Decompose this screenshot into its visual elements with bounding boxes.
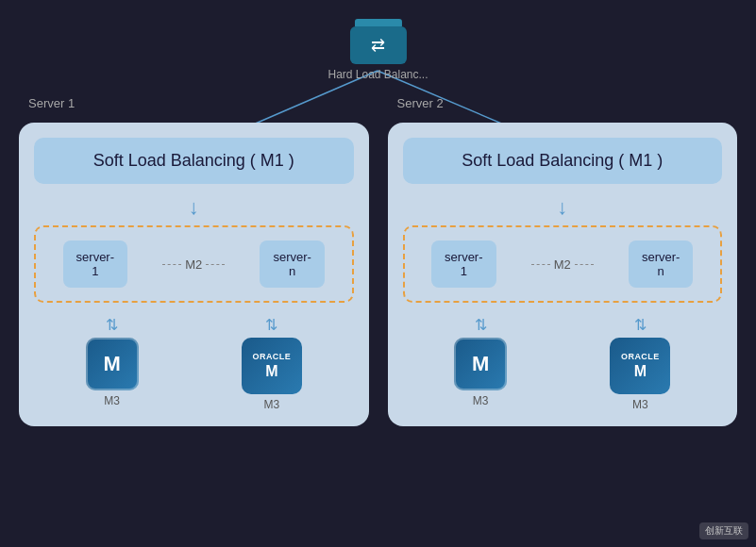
servers-row: Server 1 Soft Load Balancing ( M1 ) ↓ se… [19,123,737,426]
server1-soft-lb: Soft Load Balancing ( M1 ) [34,138,354,184]
server2-dashed-box: server-1 M2 server-n [403,225,723,303]
server2-m3-label1: M3 [473,394,489,407]
server2-oracle: ORACLE M [610,338,670,394]
server1-m3-label2: M3 [264,398,280,411]
server1-icon2-col: ⇅ ORACLE M M3 [242,316,302,411]
server1-label: Server 1 [28,96,75,110]
server2-panel: Server 2 Soft Load Balancing ( M1 ) ↓ se… [388,123,738,426]
server2-node-n: server-n [629,240,693,288]
server1-oracle: ORACLE M [242,338,302,394]
server2-down-arrow: ↓ [403,195,723,220]
server1-m2: M2 [162,257,225,272]
server2-label: Server 2 [397,96,444,110]
server1-node1: server-1 [63,240,127,288]
server1-m3-label1: M3 [104,394,120,407]
server2-icons-row: ⇅ M3 ⇅ ORACLE M M3 [403,312,723,411]
server2-icon2-col: ⇅ ORACLE M M3 [610,316,670,411]
server2-arrow1: ⇅ [475,316,487,334]
server2-m3-label2: M3 [632,398,648,411]
server1-icon1-col: ⇅ M3 [86,316,139,407]
main-canvas: Hard Load Balanc... Server 1 Soft Load B… [0,0,756,547]
server1-m-chip [86,338,139,390]
server2-soft-lb: Soft Load Balancing ( M1 ) [403,138,723,184]
server2-arrow2: ⇅ [634,316,647,334]
server1-icons-row: ⇅ M3 ⇅ ORACLE M M3 [34,312,354,411]
server2-m2: M2 [531,257,594,272]
server1-dashed-box: server-1 M2 server-n [34,225,354,303]
server2-icon1-col: ⇅ M3 [454,316,507,407]
hard-load-balancer: Hard Load Balanc... [328,26,428,81]
server1-node-n: server-n [260,240,324,288]
server2-node1: server-1 [431,240,496,288]
watermark: 创新互联 [699,522,748,539]
server1-arrow1: ⇅ [106,316,118,334]
server1-down-arrow: ↓ [34,195,354,220]
server1-arrow2: ⇅ [265,316,277,334]
hard-lb-label: Hard Load Balanc... [328,68,428,81]
router-icon [349,26,406,64]
server2-m-chip [454,338,507,390]
server1-panel: Server 1 Soft Load Balancing ( M1 ) ↓ se… [19,123,369,426]
